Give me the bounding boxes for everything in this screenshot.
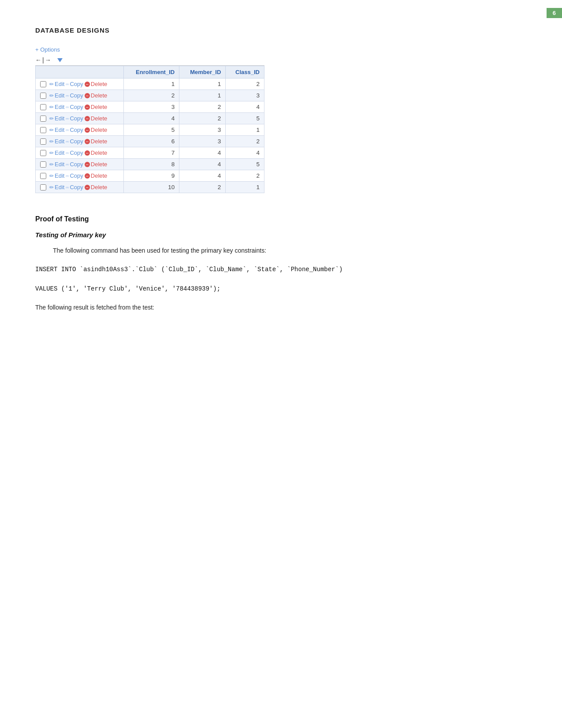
copy-label[interactable]: Copy: [70, 127, 83, 133]
copy-label[interactable]: Copy: [70, 115, 83, 122]
table-nav: ← | →: [35, 55, 264, 66]
row-checkbox[interactable]: [40, 93, 46, 99]
row-actions-cell: Edit ⎓ Copy − Delete: [36, 182, 124, 193]
table-toolbar: + Options: [35, 46, 264, 53]
copy-icon: ⎓: [66, 93, 69, 99]
row-actions: Edit ⎓ Copy − Delete: [40, 161, 119, 168]
cell-member-id: 3: [179, 124, 226, 136]
copy-label[interactable]: Copy: [70, 104, 83, 110]
delete-label[interactable]: Delete: [91, 104, 108, 110]
options-link[interactable]: + Options: [35, 46, 60, 53]
edit-label[interactable]: Edit: [55, 104, 64, 110]
edit-button[interactable]: Edit: [49, 138, 64, 145]
delete-button[interactable]: − Delete: [85, 184, 108, 190]
edit-button[interactable]: Edit: [49, 92, 64, 99]
table-row: Edit ⎓ Copy − Delete 942: [36, 170, 264, 182]
copy-button[interactable]: ⎓ Copy: [66, 104, 83, 110]
nav-left-arrow[interactable]: ←: [35, 56, 41, 63]
col-header-actions: [36, 66, 124, 78]
delete-button[interactable]: − Delete: [85, 172, 108, 179]
delete-button[interactable]: − Delete: [85, 104, 108, 110]
edit-label[interactable]: Edit: [55, 115, 64, 122]
delete-icon: −: [85, 93, 90, 98]
copy-label[interactable]: Copy: [70, 92, 83, 99]
copy-button[interactable]: ⎓ Copy: [66, 172, 83, 179]
copy-label[interactable]: Copy: [70, 161, 83, 168]
copy-button[interactable]: ⎓ Copy: [66, 92, 83, 99]
row-checkbox[interactable]: [40, 150, 46, 156]
row-checkbox[interactable]: [40, 173, 46, 179]
edit-label[interactable]: Edit: [55, 92, 64, 99]
edit-button[interactable]: Edit: [49, 115, 64, 122]
edit-label[interactable]: Edit: [55, 81, 64, 87]
delete-label[interactable]: Delete: [91, 81, 108, 87]
copy-button[interactable]: ⎓ Copy: [66, 149, 83, 156]
copy-label[interactable]: Copy: [70, 172, 83, 179]
delete-button[interactable]: − Delete: [85, 127, 108, 133]
delete-button[interactable]: − Delete: [85, 115, 108, 122]
cell-class-id: 1: [226, 124, 264, 136]
cell-member-id: 4: [179, 170, 226, 182]
copy-label[interactable]: Copy: [70, 184, 83, 190]
delete-button[interactable]: − Delete: [85, 81, 108, 87]
copy-button[interactable]: ⎓ Copy: [66, 81, 83, 87]
row-actions-cell: Edit ⎓ Copy − Delete: [36, 78, 124, 90]
delete-label[interactable]: Delete: [91, 115, 108, 122]
edit-button[interactable]: Edit: [49, 172, 64, 179]
delete-label[interactable]: Delete: [91, 127, 108, 133]
delete-icon: −: [85, 127, 90, 133]
row-checkbox[interactable]: [40, 161, 46, 168]
table-row: Edit ⎓ Copy − Delete 845: [36, 159, 264, 170]
copy-button[interactable]: ⎓ Copy: [66, 115, 83, 122]
filter-icon[interactable]: [57, 58, 63, 62]
delete-button[interactable]: − Delete: [85, 161, 108, 168]
nav-right-arrow[interactable]: →: [45, 56, 51, 63]
edit-button[interactable]: Edit: [49, 161, 64, 168]
copy-label[interactable]: Copy: [70, 81, 83, 87]
delete-label[interactable]: Delete: [91, 92, 108, 99]
cell-class-id: 5: [226, 159, 264, 170]
col-header-enrollment-id[interactable]: Enrollment_ID: [124, 66, 179, 78]
edit-button[interactable]: Edit: [49, 184, 64, 190]
edit-button[interactable]: Edit: [49, 127, 64, 133]
delete-button[interactable]: − Delete: [85, 138, 108, 145]
copy-button[interactable]: ⎓ Copy: [66, 127, 83, 133]
edit-icon: [49, 127, 54, 133]
row-checkbox[interactable]: [40, 138, 46, 145]
copy-label[interactable]: Copy: [70, 138, 83, 145]
edit-label[interactable]: Edit: [55, 161, 64, 168]
edit-label[interactable]: Edit: [55, 138, 64, 145]
nav-arrows[interactable]: ← | →: [35, 56, 51, 63]
col-header-class-id[interactable]: Class_ID: [226, 66, 264, 78]
edit-icon: [49, 161, 54, 168]
delete-label[interactable]: Delete: [91, 184, 108, 190]
delete-label[interactable]: Delete: [91, 161, 108, 168]
delete-label[interactable]: Delete: [91, 172, 108, 179]
row-checkbox[interactable]: [40, 104, 46, 110]
delete-label[interactable]: Delete: [91, 138, 108, 145]
col-header-member-id[interactable]: Member_ID: [179, 66, 226, 78]
row-checkbox[interactable]: [40, 127, 46, 133]
copy-button[interactable]: ⎓ Copy: [66, 161, 83, 168]
edit-button[interactable]: Edit: [49, 104, 64, 110]
copy-icon: ⎓: [66, 127, 69, 133]
copy-button[interactable]: ⎓ Copy: [66, 184, 83, 190]
delete-icon: −: [85, 150, 90, 156]
row-checkbox[interactable]: [40, 81, 46, 87]
edit-icon: [49, 149, 54, 156]
edit-button[interactable]: Edit: [49, 149, 64, 156]
cell-member-id: 2: [179, 182, 226, 193]
cell-member-id: 1: [179, 78, 226, 90]
edit-label[interactable]: Edit: [55, 184, 64, 190]
row-checkbox[interactable]: [40, 184, 46, 190]
copy-button[interactable]: ⎓ Copy: [66, 138, 83, 145]
delete-label[interactable]: Delete: [91, 149, 108, 156]
edit-label[interactable]: Edit: [55, 172, 64, 179]
delete-button[interactable]: − Delete: [85, 92, 108, 99]
copy-label[interactable]: Copy: [70, 149, 83, 156]
delete-button[interactable]: − Delete: [85, 149, 108, 156]
edit-button[interactable]: Edit: [49, 81, 64, 87]
row-checkbox[interactable]: [40, 116, 46, 122]
edit-label[interactable]: Edit: [55, 149, 64, 156]
edit-label[interactable]: Edit: [55, 127, 64, 133]
